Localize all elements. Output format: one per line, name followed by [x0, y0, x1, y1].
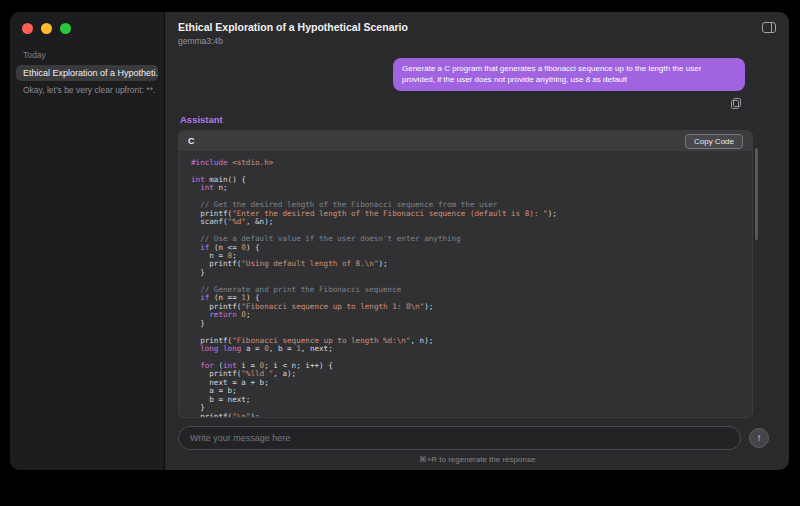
code-line: // Generate and print the Fibonacci sequ… — [191, 286, 740, 294]
sidebar: Today Ethical Exploration of a Hypotheti… — [10, 12, 165, 470]
model-name: gemma3:4b — [178, 36, 775, 46]
code-line: printf("Fibonacci sequence up to length … — [191, 303, 740, 311]
sidebar-item-conversation[interactable]: Ethical Exploration of a Hypotheti... — [16, 65, 158, 81]
code-line: } — [191, 320, 740, 328]
code-line: long long a = 0, b = 1, next; — [191, 345, 740, 353]
code-line: a = b; — [191, 387, 740, 395]
main-panel: Ethical Exploration of a Hypothetical Sc… — [165, 12, 789, 470]
code-line: int main() { — [191, 176, 740, 184]
page-title: Ethical Exploration of a Hypothetical Sc… — [178, 21, 775, 33]
code-line: if (n <= 0) { — [191, 244, 740, 252]
code-line: printf("\n"); — [191, 413, 740, 418]
minimize-button[interactable] — [41, 23, 52, 34]
composer: ↑ — [165, 418, 789, 450]
zoom-button[interactable] — [60, 23, 71, 34]
copy-code-button[interactable]: Copy Code — [685, 134, 743, 149]
user-message-bubble: Generate a C program that generates a fi… — [393, 58, 745, 91]
panel-toggle-icon[interactable] — [762, 22, 776, 33]
scrollbar-thumb[interactable] — [755, 148, 758, 240]
code-block-header: C Copy Code — [179, 131, 752, 151]
conversation-preview: Okay, let's be very clear upfront: **... — [23, 85, 156, 95]
send-button[interactable]: ↑ — [749, 428, 769, 448]
arrow-up-icon: ↑ — [757, 433, 762, 443]
chat-area: Generate a C program that generates a fi… — [165, 46, 789, 418]
code-line: return 0; — [191, 311, 740, 319]
sidebar-section-today: Today — [23, 50, 164, 60]
code-language-label: C — [188, 136, 195, 146]
chat-header: Ethical Exploration of a Hypothetical Sc… — [165, 12, 789, 46]
window-controls — [10, 12, 164, 34]
code-line: } — [191, 269, 740, 277]
code-line: b = next; — [191, 396, 740, 404]
code-block: C Copy Code #include <stdio.h> int main(… — [178, 130, 753, 418]
conversation-title: Ethical Exploration of a Hypotheti... — [23, 68, 158, 78]
code-line: scanf("%d", &n); — [191, 218, 740, 226]
code-content: #include <stdio.h> int main() { int n; /… — [179, 151, 752, 418]
code-line: printf("%lld ", a); — [191, 370, 740, 378]
code-line: next = a + b; — [191, 379, 740, 387]
message-actions — [731, 95, 741, 106]
code-line: } — [191, 404, 740, 412]
app-window: Today Ethical Exploration of a Hypotheti… — [10, 12, 789, 470]
close-button[interactable] — [22, 23, 33, 34]
code-line: // Use a default value if the user doesn… — [191, 235, 740, 243]
assistant-label: Assistant — [180, 114, 753, 125]
regenerate-hint: ⌘+R to regenerate the response — [165, 450, 789, 470]
code-line: #include <stdio.h> — [191, 159, 740, 167]
code-line: int n; — [191, 184, 740, 192]
code-line: printf("Using default length of 8.\n"); — [191, 260, 740, 268]
message-input[interactable] — [178, 426, 741, 450]
code-line — [191, 167, 740, 175]
copy-message-icon[interactable] — [731, 98, 741, 109]
code-line: printf("Enter the desired length of the … — [191, 210, 740, 218]
